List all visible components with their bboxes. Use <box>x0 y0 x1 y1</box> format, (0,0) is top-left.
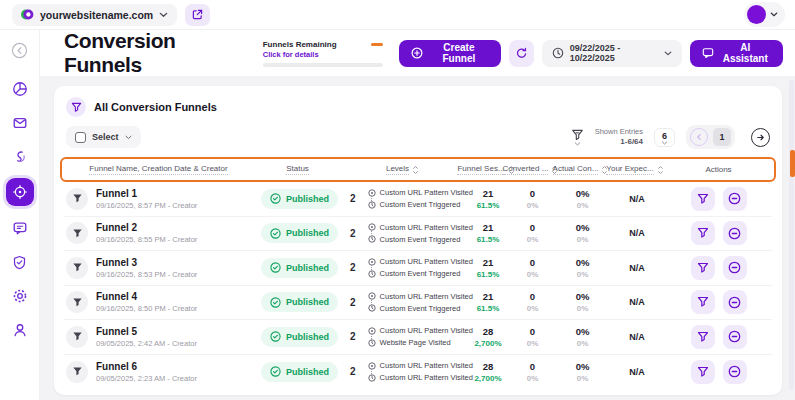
levels-count: 2 <box>350 262 356 273</box>
actual-conv-value: 0% <box>556 222 609 233</box>
table-row[interactable]: Funnel 509/05/2025, 2:42 AM - Creator Pu… <box>64 320 772 355</box>
level-step-icon <box>368 327 376 335</box>
sidebar-collapse-button[interactable] <box>7 37 33 63</box>
funnel-meta: 09/05/2025, 2:42 AM - Creator <box>96 339 197 348</box>
actual-conv-value: 0% <box>556 291 609 302</box>
levels-list: Custom URL Pattern Visited Custom Event … <box>368 257 473 278</box>
sidebar-item-funnels[interactable] <box>6 178 34 206</box>
disable-funnel-button[interactable] <box>723 187 747 211</box>
header-expected-conversion[interactable]: Your Expec... <box>607 164 663 175</box>
funnels-remaining-progressbar <box>263 63 383 67</box>
actual-conv-pct: 0% <box>556 374 609 383</box>
level-step-icon <box>368 189 376 197</box>
header-converted[interactable]: Converted ... <box>507 164 554 175</box>
converted-value: 0 <box>509 222 556 233</box>
table-row[interactable]: Funnel 609/05/2025, 2:23 AM - Creator Pu… <box>64 355 772 390</box>
sessions-pct: 61.5% <box>467 201 509 210</box>
prev-page-button[interactable] <box>690 128 708 146</box>
funnels-remaining-link[interactable]: Click for details <box>263 50 383 59</box>
funnel-row-icon <box>66 291 88 313</box>
page-size-select[interactable]: 6 <box>654 128 675 147</box>
date-range-picker[interactable]: 09/22/2025 - 10/22/2025 <box>542 40 682 67</box>
disable-funnel-button[interactable] <box>723 360 747 384</box>
header-actual-conversion[interactable]: Actual Con... <box>554 164 607 175</box>
disable-funnel-button[interactable] <box>723 256 747 280</box>
header-levels[interactable]: Levels <box>340 164 465 175</box>
vertical-scrollbar[interactable] <box>789 80 794 390</box>
sidebar-item-security[interactable] <box>7 249 33 275</box>
pagination: 1 <box>686 125 735 149</box>
mail-icon <box>12 115 28 131</box>
funnel-name[interactable]: Funnel 3 <box>96 257 197 268</box>
levels-list: Custom URL Pattern Visited Website Page … <box>368 326 473 347</box>
funnel-icon <box>697 366 709 378</box>
select-all-control[interactable]: Select <box>66 126 141 148</box>
clock-icon <box>552 47 564 59</box>
site-selector[interactable]: yourwebsitename.com <box>12 4 177 26</box>
funnels-card: All Conversion Funnels Select <box>54 86 782 395</box>
table-row[interactable]: Funnel 309/16/2025, 8:53 PM - Creator Pu… <box>64 251 772 286</box>
funnel-name[interactable]: Funnel 1 <box>96 188 197 199</box>
user-menu[interactable] <box>744 2 785 27</box>
view-funnel-button[interactable] <box>691 290 715 314</box>
table-row[interactable]: Funnel 209/16/2025, 8:55 PM - Creator Pu… <box>64 217 772 252</box>
funnel-name[interactable]: Funnel 4 <box>96 291 197 302</box>
level-step-icon <box>368 374 376 382</box>
disable-funnel-button[interactable] <box>723 290 747 314</box>
header-actions: Actions <box>663 165 774 175</box>
funnel-name[interactable]: Funnel 6 <box>96 361 197 372</box>
view-funnel-button[interactable] <box>691 325 715 349</box>
minus-circle-icon <box>728 365 741 378</box>
date-range-value: 09/22/2025 - 10/22/2025 <box>570 43 658 63</box>
sidebar-item-account[interactable] <box>7 317 33 343</box>
ai-assistant-button[interactable]: AI Assistant <box>690 40 783 67</box>
actual-conv-pct: 0% <box>556 235 609 244</box>
next-page-button[interactable] <box>751 128 770 147</box>
user-icon <box>12 322 28 338</box>
select-all-checkbox[interactable] <box>75 132 86 143</box>
refresh-button[interactable] <box>509 40 534 67</box>
view-funnel-button[interactable] <box>691 187 715 211</box>
create-funnel-button[interactable]: Create Funnel <box>399 40 501 67</box>
minus-circle-icon <box>728 330 741 343</box>
filter-button[interactable] <box>571 129 584 146</box>
view-funnel-button[interactable] <box>691 360 715 384</box>
check-circle-icon <box>270 262 281 273</box>
sidebar-item-chat[interactable] <box>7 215 33 241</box>
funnel-meta: 09/16/2025, 8:53 PM - Creator <box>96 270 197 279</box>
funnel-name[interactable]: Funnel 5 <box>96 326 197 337</box>
levels-count: 2 <box>350 297 356 308</box>
sessions-pct: 2,700% <box>467 374 509 383</box>
sidebar-item-dashboard[interactable] <box>7 76 33 102</box>
disable-funnel-button[interactable] <box>723 221 747 245</box>
chat-bubble-icon <box>702 47 714 59</box>
funnel-name[interactable]: Funnel 2 <box>96 222 197 233</box>
funnel-icon <box>697 193 709 205</box>
table-row[interactable]: Funnel 409/16/2025, 8:50 PM - Creator Pu… <box>64 286 772 321</box>
sidebar-item-inbox[interactable] <box>7 110 33 136</box>
table-row[interactable]: Funnel 109/16/2025, 8:57 PM - Creator Pu… <box>64 182 772 217</box>
avatar <box>747 5 766 24</box>
funnel-icon <box>697 331 709 343</box>
expected-conv-value: N/A <box>609 297 665 307</box>
sessions-value: 21 <box>467 188 509 199</box>
chevron-down-icon <box>159 12 168 18</box>
table-header-row: Funnel Name, Creation Date & Creator Sta… <box>62 159 774 180</box>
level-step-icon <box>368 304 376 312</box>
status-badge: Published <box>261 223 338 243</box>
disable-funnel-button[interactable] <box>723 325 747 349</box>
open-site-button[interactable] <box>185 4 210 26</box>
voice-waveform-icon <box>12 149 28 165</box>
header-funnel-sessions[interactable]: Funnel Ses... <box>465 164 507 175</box>
check-circle-icon <box>270 228 281 239</box>
funnel-meta: 09/05/2025, 2:23 AM - Creator <box>96 374 197 383</box>
view-funnel-button[interactable] <box>691 221 715 245</box>
view-funnel-button[interactable] <box>691 256 715 280</box>
status-badge: Published <box>261 362 338 382</box>
sidebar-item-voice[interactable] <box>7 144 33 170</box>
levels-list: Custom URL Pattern Visited Custom Event … <box>368 223 473 244</box>
sidebar-item-settings[interactable] <box>7 283 33 309</box>
sort-icon[interactable] <box>412 165 419 175</box>
funnels-remaining-indicator <box>371 43 383 46</box>
sidebar <box>0 30 40 400</box>
